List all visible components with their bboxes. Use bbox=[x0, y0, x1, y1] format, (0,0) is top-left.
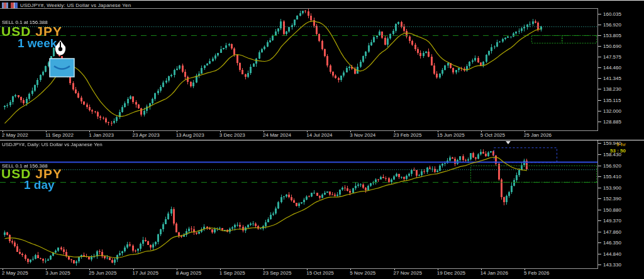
price-axis-label: 146.350 bbox=[598, 240, 621, 246]
date-axis-label: 5 Feb 2026 bbox=[524, 270, 549, 276]
price-axis-label: 143.330 bbox=[598, 262, 621, 268]
daily-sell-position-label: SELL 0.1 at 156.388 bbox=[2, 163, 48, 169]
daily-plot-area: USDJPY#, Daily: US Dollar vs Japanese Ye… bbox=[0, 140, 597, 268]
daily-timeframe-label: 1 day bbox=[24, 179, 55, 191]
date-axis-label: 15 Oct 2025 bbox=[306, 270, 334, 276]
date-axis-label: 17 Jul 2025 bbox=[133, 270, 158, 276]
price-axis-label: 147.575 bbox=[598, 54, 621, 60]
timer-hours: 9 hr bbox=[598, 142, 626, 148]
weekly-watermark: USDJPY bbox=[1, 25, 62, 38]
date-axis-label: 23 Apr 2023 bbox=[133, 132, 160, 138]
date-axis-label: 23 Feb 2025 bbox=[394, 132, 422, 138]
price-axis-label: 153.900 bbox=[598, 185, 621, 191]
date-axis-label: 2 May 2025 bbox=[2, 270, 28, 276]
weekly-time-scale[interactable]: 2 May 202211 Sep 20221 Jan 202323 Apr 20… bbox=[0, 130, 597, 140]
price-axis-label: 160.035 bbox=[598, 11, 621, 17]
date-axis-label: 19 Dec 2025 bbox=[437, 270, 465, 276]
price-axis-label: 156.920 bbox=[598, 163, 621, 169]
candle-countdown-timer: 9 hr 53 : 50 bbox=[598, 142, 626, 154]
date-axis-label: 25 Jan 2026 bbox=[524, 132, 552, 138]
weekly-timeframe-label: 1 week bbox=[18, 37, 57, 49]
daily-time-scale[interactable]: 2 May 20253 Jun 202525 Jun 202517 Jul 20… bbox=[0, 268, 597, 278]
price-axis-label: 150.880 bbox=[598, 207, 621, 213]
price-axis-label: 152.390 bbox=[598, 196, 621, 202]
price-axis-label: 128.885 bbox=[598, 119, 621, 125]
weekly-plot-area: SELL 0.1 at 156.388 USDJPY 1 week bbox=[0, 9, 597, 130]
price-axis-label: 135.115 bbox=[598, 98, 621, 103]
timer-countdown: 53 : 50 bbox=[598, 148, 626, 154]
date-axis-label: 13 Aug 2023 bbox=[176, 132, 204, 138]
daily-chart-canvas[interactable] bbox=[0, 140, 597, 268]
weekly-plot-right-border bbox=[597, 9, 598, 130]
weekly-title-bar[interactable]: USDJPY#, Weekly: US Dollar vs Japanese Y… bbox=[0, 1, 599, 9]
weekly-chart-canvas[interactable] bbox=[0, 9, 597, 130]
blue-square-marker[interactable] bbox=[49, 58, 75, 77]
price-axis-label: 138.230 bbox=[598, 86, 621, 92]
date-axis-label: 3 Jun 2025 bbox=[45, 270, 70, 276]
date-axis-label: 25 Jun 2025 bbox=[89, 270, 116, 276]
date-axis-label: 24 Mar 2024 bbox=[263, 132, 291, 138]
price-axis-label: 155.410 bbox=[598, 174, 621, 179]
lightbulb-marker-icon[interactable] bbox=[53, 40, 67, 56]
date-axis-label: 1 Sep 2025 bbox=[219, 270, 245, 276]
weekly-sell-position-label: SELL 0.1 at 156.388 bbox=[2, 20, 48, 25]
price-axis-label: 150.690 bbox=[598, 43, 621, 49]
price-axis-label: 144.460 bbox=[598, 65, 621, 71]
date-axis-label: 8 Aug 2025 bbox=[176, 270, 201, 276]
daily-plot-bottom-border bbox=[0, 268, 598, 269]
date-axis-label: 15 Jun 2025 bbox=[437, 132, 465, 138]
date-axis-label: 11 Sep 2022 bbox=[45, 132, 74, 138]
price-axis-label: 153.805 bbox=[598, 33, 621, 38]
weekly-plot-bottom-border bbox=[0, 130, 598, 131]
price-axis-label: 156.920 bbox=[598, 22, 621, 28]
price-axis-label: 132.000 bbox=[598, 108, 621, 114]
date-axis-label: 3 Nov 2024 bbox=[350, 132, 375, 138]
mt4-terminal-window: USDJPY#, Weekly: US Dollar vs Japanese Y… bbox=[0, 0, 644, 279]
weekly-chart-title: USDJPY#, Weekly: US Dollar vs Japanese Y… bbox=[20, 3, 131, 8]
price-axis-label: 147.860 bbox=[598, 229, 621, 235]
daily-plot-right-border bbox=[597, 140, 598, 268]
weekly-price-scale[interactable]: 160.035156.920153.805150.690147.575144.4… bbox=[598, 9, 644, 130]
date-axis-label: 2 May 2022 bbox=[2, 132, 28, 138]
date-axis-label: 5 Nov 2025 bbox=[350, 270, 375, 276]
date-axis-label: 27 Nov 2025 bbox=[394, 270, 422, 276]
window-chart-icon bbox=[11, 3, 18, 8]
date-axis-label: 23 Sep 2025 bbox=[263, 270, 291, 276]
panel-separator[interactable] bbox=[0, 140, 644, 140]
bar-marker-triangle-icon bbox=[506, 141, 511, 144]
date-axis-label: 3 Dec 2023 bbox=[219, 132, 245, 138]
window-bars-icon bbox=[2, 3, 8, 8]
window-top-border bbox=[0, 0, 644, 1]
daily-price-scale[interactable]: 9 hr 53 : 50 159.940158.430156.920155.41… bbox=[598, 140, 644, 268]
date-axis-label: 5 Oct 2025 bbox=[480, 132, 505, 138]
date-axis-label: 14 Jul 2024 bbox=[306, 132, 332, 138]
daily-chart-title: USDJPY#, Daily: US Dollar vs Japanese Ye… bbox=[2, 142, 103, 147]
date-axis-label: 14 Jan 2026 bbox=[480, 270, 508, 276]
price-axis-label: 149.370 bbox=[598, 218, 621, 224]
price-axis-label: 141.345 bbox=[598, 76, 621, 81]
price-axis-label: 144.840 bbox=[598, 251, 621, 257]
date-axis-label: 1 Jan 2023 bbox=[89, 132, 114, 138]
